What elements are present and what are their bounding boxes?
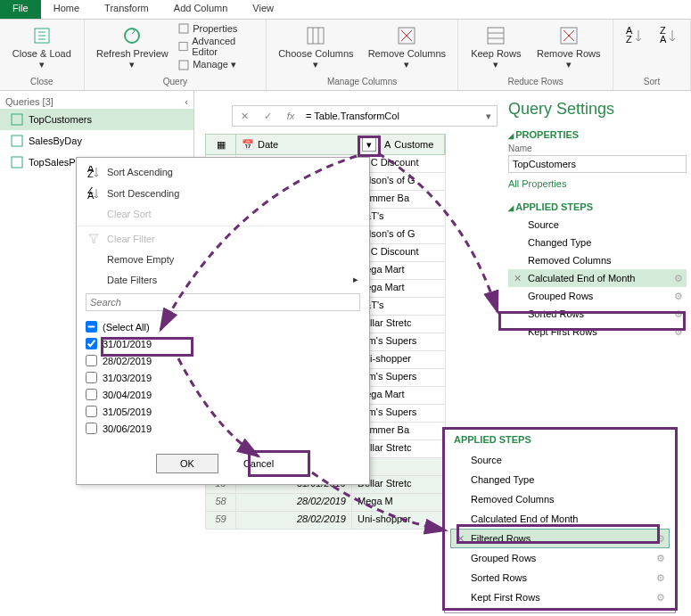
query-item[interactable]: TopCustomers: [0, 109, 193, 130]
sort-asc-button[interactable]: AZ: [621, 23, 649, 48]
applied-step[interactable]: Changed Type: [508, 234, 687, 251]
svg-rect-7: [488, 28, 504, 44]
formula-bar: ✕ ✓ fx ▾: [232, 105, 498, 127]
clear-sort-item: Clear Sort: [77, 204, 369, 224]
refresh-button[interactable]: Refresh Preview ▾: [92, 23, 173, 71]
gear-icon[interactable]: ⚙: [656, 592, 665, 604]
tab-transform[interactable]: Transform: [92, 0, 161, 19]
applied-step[interactable]: Grouped Rows⚙: [450, 548, 670, 568]
sort-desc-button[interactable]: ZA: [654, 23, 683, 48]
filter-checkbox[interactable]: [86, 338, 97, 349]
applied-step[interactable]: Kept First Rows⚙: [450, 587, 670, 607]
filter-checkbox[interactable]: [86, 321, 97, 333]
filter-checkbox[interactable]: [86, 423, 97, 434]
column-header-customer[interactable]: A Custome: [379, 135, 445, 154]
keep-rows-button[interactable]: Keep Rows ▾: [465, 23, 526, 71]
applied-step[interactable]: Source: [450, 450, 670, 470]
clear-filter-item: Clear Filter: [77, 228, 369, 250]
applied-step[interactable]: ✕Filtered Rows⚙: [450, 529, 670, 548]
ok-button[interactable]: OK: [156, 454, 218, 473]
cell[interactable]: 28/02/2019: [236, 494, 352, 511]
settings-title: Query Settings: [508, 100, 687, 119]
column-header-date[interactable]: 📅 Date ▾: [236, 135, 379, 154]
collapse-icon[interactable]: ‹: [185, 96, 188, 107]
filter-checkbox[interactable]: [86, 355, 97, 366]
filter-option-label: 31/05/2019: [103, 407, 152, 417]
applied-step[interactable]: Sorted Rows⚙: [450, 568, 670, 587]
svg-rect-14: [12, 136, 22, 146]
query-name-input[interactable]: [508, 155, 687, 173]
filter-option-label: 28/02/2019: [103, 356, 152, 366]
gear-icon[interactable]: ⚙: [674, 291, 683, 302]
svg-rect-15: [12, 157, 22, 168]
date-type-icon: 📅: [242, 139, 254, 151]
formula-dropdown-icon[interactable]: ▾: [481, 111, 497, 122]
filter-option-label: 31/01/2019: [103, 339, 152, 349]
applied-steps-section[interactable]: APPLIED STEPS: [508, 201, 687, 212]
filter-checkbox[interactable]: [86, 389, 97, 400]
applied-step[interactable]: Changed Type: [450, 470, 670, 489]
remove-rows-button[interactable]: Remove Rows ▾: [531, 23, 605, 71]
cancel-fx-icon[interactable]: ✕: [233, 111, 256, 122]
svg-text:A: A: [87, 190, 95, 200]
svg-rect-13: [12, 114, 22, 125]
gear-icon[interactable]: ⚙: [674, 308, 683, 320]
remove-empty-item[interactable]: Remove Empty: [77, 250, 369, 269]
tab-file[interactable]: File: [0, 0, 41, 19]
delete-step-icon[interactable]: ✕: [457, 533, 465, 545]
properties-button[interactable]: Properties: [178, 23, 259, 34]
tab-home[interactable]: Home: [41, 0, 92, 19]
cell[interactable]: Mega M: [352, 494, 445, 511]
cell[interactable]: Uni-shopper: [352, 512, 445, 529]
applied-step[interactable]: Calculated End of Month: [450, 509, 670, 529]
advanced-editor-button[interactable]: Advanced Editor: [178, 36, 259, 57]
manage-button[interactable]: Manage ▾: [178, 59, 259, 70]
applied-step[interactable]: Source: [508, 216, 687, 234]
remove-columns-button[interactable]: Remove Columns ▾: [364, 23, 450, 71]
applied-step[interactable]: ✕Calculated End of Month⚙: [508, 269, 687, 287]
column-filter-button[interactable]: ▾: [362, 137, 376, 152]
applied-steps-after: APPLIED STEPS SourceChanged TypeRemoved …: [444, 428, 676, 613]
svg-text:A: A: [660, 34, 667, 45]
choose-columns-button[interactable]: Choose Columns ▾: [274, 23, 358, 71]
gear-icon[interactable]: ⚙: [656, 533, 665, 545]
filter-option-label: 30/04/2019: [103, 390, 152, 400]
fx-icon: fx: [279, 111, 302, 121]
svg-rect-4: [179, 61, 188, 70]
applied-step[interactable]: Kept First Rows⚙: [508, 323, 687, 341]
svg-text:Z: Z: [626, 34, 632, 45]
date-filters-item[interactable]: Date Filters▸: [77, 269, 369, 290]
accept-fx-icon[interactable]: ✓: [256, 111, 279, 122]
query-item[interactable]: SalesByDay: [0, 130, 193, 152]
gear-icon[interactable]: ⚙: [656, 553, 665, 564]
applied-step[interactable]: Sorted Rows⚙: [508, 305, 687, 323]
ribbon: Close & Load ▾ Close Refresh Preview ▾ P…: [0, 20, 691, 91]
applied-step[interactable]: Removed Columns: [508, 251, 687, 269]
cancel-button[interactable]: Cancel: [227, 454, 290, 473]
gear-icon[interactable]: ⚙: [674, 273, 683, 284]
filter-search-input[interactable]: [86, 293, 360, 311]
filter-checkbox[interactable]: [86, 406, 97, 417]
svg-text:Z: Z: [87, 168, 94, 178]
filter-checkbox[interactable]: [86, 372, 97, 383]
row-selector-icon[interactable]: ▦: [206, 135, 236, 154]
cell[interactable]: 28/02/2019: [236, 512, 352, 529]
gear-icon[interactable]: ⚙: [674, 326, 683, 338]
close-load-button[interactable]: Close & Load ▾: [7, 23, 77, 71]
applied-step[interactable]: Removed Columns: [450, 489, 670, 509]
delete-step-icon[interactable]: ✕: [514, 273, 522, 284]
filter-option-label: (Select All): [103, 322, 150, 333]
svg-rect-3: [179, 42, 187, 50]
all-properties-link[interactable]: All Properties: [508, 178, 566, 189]
tab-add-column[interactable]: Add Column: [161, 0, 241, 19]
formula-input[interactable]: [302, 109, 481, 123]
gear-icon[interactable]: ⚙: [656, 572, 665, 584]
svg-rect-2: [179, 24, 188, 33]
applied-step[interactable]: Grouped Rows⚙: [508, 287, 687, 305]
svg-rect-5: [308, 28, 324, 44]
sort-asc-item[interactable]: AZSort Ascending: [77, 161, 369, 183]
properties-section[interactable]: PROPERTIES: [508, 129, 687, 140]
sort-desc-item[interactable]: ZASort Descending: [77, 183, 369, 204]
tab-view[interactable]: View: [240, 0, 286, 19]
svg-point-1: [125, 29, 139, 43]
